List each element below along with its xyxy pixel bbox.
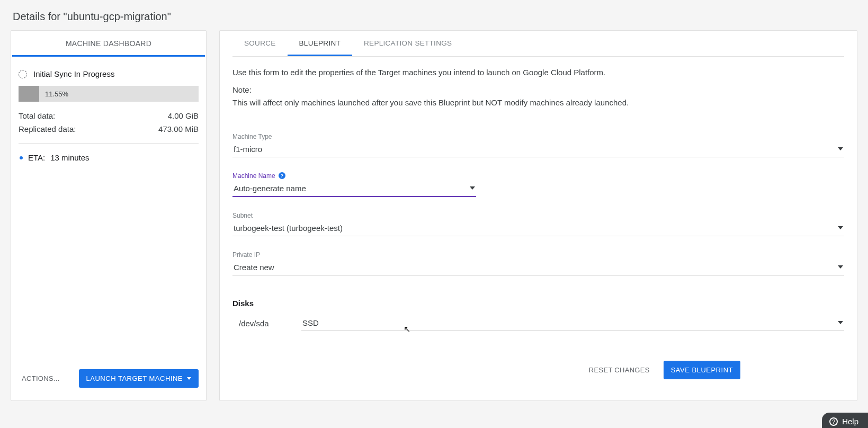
private-ip-select[interactable]: Create new — [232, 258, 844, 275]
disk-row: /dev/sda SSD — [232, 315, 844, 331]
eta-label: ETA: — [28, 153, 45, 162]
chevron-down-icon — [187, 377, 191, 380]
note-label: Note: — [232, 84, 844, 96]
sync-spinner-icon — [19, 70, 27, 78]
subnet-select[interactable]: turbogeek-test (turbogeek-test) — [232, 219, 844, 236]
sync-status-text: Initial Sync In Progress — [33, 69, 114, 78]
disk-type-select[interactable]: SSD — [301, 315, 844, 331]
machine-dashboard-panel: MACHINE DASHBOARD Initial Sync In Progre… — [11, 30, 207, 401]
machine-type-value: f1-micro — [234, 145, 262, 154]
machine-name-label: Machine Name — [232, 172, 275, 180]
save-blueprint-button[interactable]: SAVE BLUEPRINT — [664, 361, 740, 379]
bullet-icon — [20, 156, 23, 159]
tab-replication-settings[interactable]: REPLICATION SETTINGS — [352, 31, 463, 56]
chevron-down-icon — [470, 186, 475, 190]
sync-progress-bar: 11.55% — [19, 86, 199, 102]
tab-source[interactable]: SOURCE — [232, 31, 288, 56]
total-data-label: Total data: — [19, 111, 55, 120]
sync-progress-fill — [19, 86, 39, 102]
machine-name-value: Auto-generate name — [234, 184, 306, 193]
chevron-down-icon — [838, 265, 843, 269]
disks-heading: Disks — [232, 299, 844, 308]
launch-target-label: LAUNCH TARGET MACHINE — [86, 374, 183, 382]
reset-changes-button[interactable]: RESET CHANGES — [586, 362, 653, 378]
launch-target-machine-button[interactable]: LAUNCH TARGET MACHINE — [79, 369, 199, 388]
subnet-value: turbogeek-test (turbogeek-test) — [234, 224, 343, 233]
note-body: This will affect only machines launched … — [232, 96, 844, 109]
private-ip-label: Private IP — [232, 251, 844, 258]
machine-name-select[interactable]: Auto-generate name — [232, 180, 476, 197]
eta-value: 13 minutes — [50, 153, 89, 162]
tab-machine-dashboard[interactable]: MACHINE DASHBOARD — [12, 31, 205, 57]
chevron-down-icon — [838, 321, 843, 324]
machine-type-label: Machine Type — [232, 133, 844, 140]
subnet-label: Subnet — [232, 212, 844, 219]
sync-progress-percent: 11.55% — [45, 86, 68, 102]
actions-menu-button[interactable]: ACTIONS... — [19, 370, 63, 387]
page-title: Details for "ubuntu-gcp-migration" — [0, 0, 868, 30]
blueprint-panel: SOURCE BLUEPRINT REPLICATION SETTINGS Us… — [219, 30, 857, 401]
disk-type-value: SSD — [302, 318, 319, 327]
chevron-down-icon — [838, 226, 843, 229]
chevron-down-icon — [838, 147, 843, 150]
machine-type-select[interactable]: f1-micro — [232, 140, 844, 157]
private-ip-value: Create new — [234, 263, 274, 272]
save-blueprint-label: SAVE BLUEPRINT — [671, 366, 733, 374]
replicated-data-value: 473.00 MiB — [158, 124, 199, 133]
help-icon[interactable]: ? — [279, 172, 285, 179]
tab-blueprint[interactable]: BLUEPRINT — [288, 31, 352, 56]
form-intro-text: Use this form to edit the properties of … — [232, 66, 844, 78]
disk-device-label: /dev/sda — [232, 319, 275, 331]
replicated-data-label: Replicated data: — [19, 124, 76, 133]
total-data-value: 4.00 GiB — [168, 111, 199, 120]
